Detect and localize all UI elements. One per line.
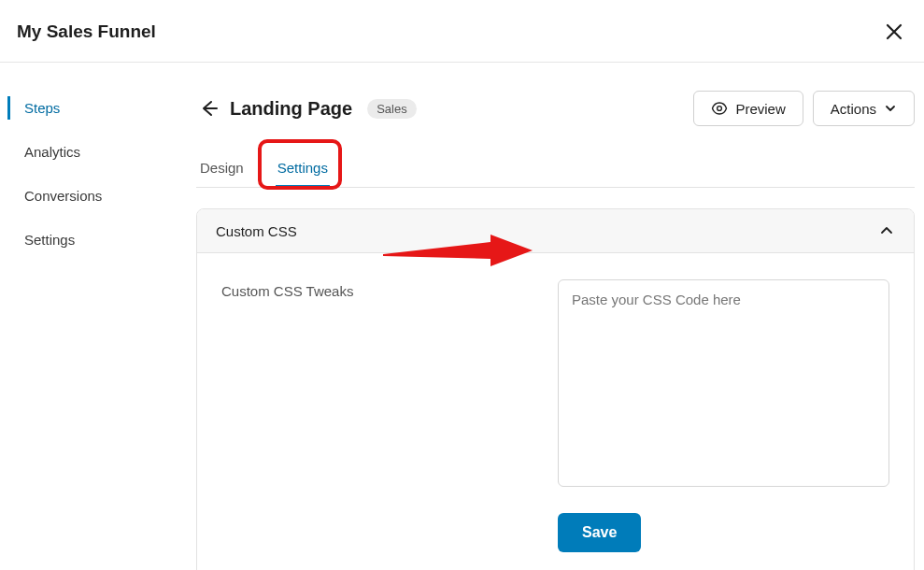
- sidebar-item-steps[interactable]: Steps: [7, 91, 168, 125]
- page-header: Landing Page Sales Preview Actions: [196, 91, 915, 126]
- tab-settings[interactable]: Settings: [274, 152, 332, 187]
- sidebar-item-conversions[interactable]: Conversions: [7, 178, 168, 213]
- sidebar-item-label: Steps: [24, 100, 60, 116]
- panel-header[interactable]: Custom CSS: [197, 209, 914, 253]
- save-button[interactable]: Save: [558, 513, 641, 552]
- close-button[interactable]: [881, 19, 907, 45]
- chevron-down-icon: [884, 102, 897, 115]
- page-title: Landing Page: [230, 98, 352, 120]
- tabs: Design Settings: [196, 152, 915, 188]
- tab-design[interactable]: Design: [196, 152, 248, 187]
- custom-css-textarea[interactable]: [558, 279, 889, 487]
- sidebar-item-analytics[interactable]: Analytics: [7, 135, 168, 169]
- sidebar-item-label: Analytics: [24, 144, 80, 160]
- topbar: My Sales Funnel: [0, 0, 924, 63]
- actions-button[interactable]: Actions: [813, 91, 915, 126]
- page-badge: Sales: [367, 99, 417, 119]
- field-input-wrap: Save: [558, 279, 889, 552]
- main-content: Landing Page Sales Preview Actions Desig…: [168, 63, 924, 570]
- custom-css-panel: Custom CSS Custom CSS Tweaks Save: [196, 208, 915, 570]
- back-button[interactable]: [196, 96, 220, 121]
- panel-body: Custom CSS Tweaks Save: [197, 253, 914, 570]
- header-right: Preview Actions: [693, 91, 915, 126]
- save-label: Save: [582, 524, 617, 540]
- sidebar-item-label: Conversions: [24, 188, 102, 204]
- sidebar: Steps Analytics Conversions Settings: [0, 63, 168, 570]
- eye-icon: [711, 100, 728, 117]
- app-title: My Sales Funnel: [17, 21, 156, 42]
- close-icon: [885, 22, 903, 41]
- panel-title: Custom CSS: [216, 223, 297, 239]
- tabs-wrap: Design Settings: [196, 152, 915, 188]
- layout: Steps Analytics Conversions Settings Lan…: [0, 63, 924, 570]
- preview-label: Preview: [735, 101, 785, 117]
- field-label-custom-css: Custom CSS Tweaks: [221, 279, 539, 552]
- actions-label: Actions: [831, 101, 876, 117]
- sidebar-item-label: Settings: [24, 232, 75, 248]
- tab-label: Settings: [277, 160, 328, 176]
- tab-label: Design: [200, 160, 244, 176]
- preview-button[interactable]: Preview: [693, 91, 803, 126]
- arrow-left-icon: [198, 98, 219, 119]
- sidebar-item-settings[interactable]: Settings: [7, 222, 168, 257]
- header-left: Landing Page Sales: [196, 96, 417, 121]
- svg-point-0: [718, 107, 722, 111]
- chevron-up-icon: [878, 222, 895, 239]
